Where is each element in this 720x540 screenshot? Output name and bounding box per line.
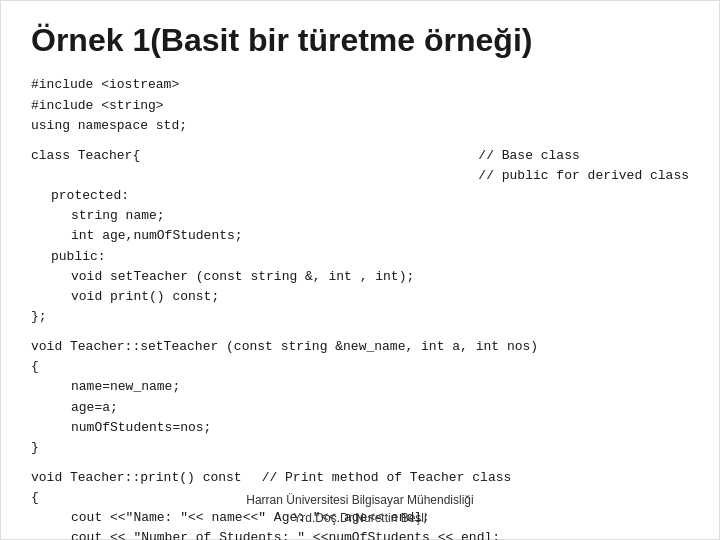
comment-public-derived: // public for derived class — [478, 166, 689, 186]
setteacher-line3: numOfStudents=nos; — [31, 418, 689, 438]
public-line: public: — [31, 247, 689, 267]
footer: Harran Üniversitesi Bilgisayar Mühendisl… — [1, 491, 719, 527]
include-string: #include <string> — [31, 96, 689, 116]
footer-line2: Yrd.Doç.Dr.Nurettin Beşli — [1, 509, 719, 527]
slide: Örnek 1(Basit bir türetme örneği) #inclu… — [0, 0, 720, 540]
setteacher-line2: age=a; — [31, 398, 689, 418]
setteacher-signature: void Teacher::setTeacher (const string &… — [31, 337, 689, 357]
class-close-brace: }; — [31, 307, 689, 327]
code-section: #include <iostream> #include <string> us… — [31, 75, 689, 540]
void-setteacher-line: void setTeacher (const string &, int , i… — [31, 267, 689, 287]
setteacher-line1: name=new_name; — [31, 377, 689, 397]
class-decl: class Teacher{ — [31, 146, 468, 186]
setteacher-close: } — [31, 438, 689, 458]
protected-line: protected: — [31, 186, 689, 206]
print-line2: cout << "Number of Students: " <<numOfSt… — [31, 528, 689, 540]
int-age-line: int age,numOfStudents; — [31, 226, 689, 246]
setteacher-open: { — [31, 357, 689, 377]
include-iostream: #include <iostream> — [31, 75, 689, 95]
class-teacher-line: class Teacher{ — [31, 146, 468, 166]
void-print-line: void print() const; — [31, 287, 689, 307]
using-namespace: using namespace std; — [31, 116, 689, 136]
slide-title: Örnek 1(Basit bir türetme örneği) — [31, 21, 689, 59]
class-comments: // Base class // public for derived clas… — [468, 146, 689, 186]
print-signature-row: void Teacher::print() const // Print met… — [31, 468, 689, 488]
class-decl-row: class Teacher{ // Base class // public f… — [31, 146, 689, 186]
print-comment: // Print method of Teacher class — [242, 468, 512, 488]
comment-base: // Base class — [478, 146, 689, 166]
print-signature: void Teacher::print() const — [31, 468, 242, 488]
string-name-line: string name; — [31, 206, 689, 226]
footer-line1: Harran Üniversitesi Bilgisayar Mühendisl… — [1, 491, 719, 509]
